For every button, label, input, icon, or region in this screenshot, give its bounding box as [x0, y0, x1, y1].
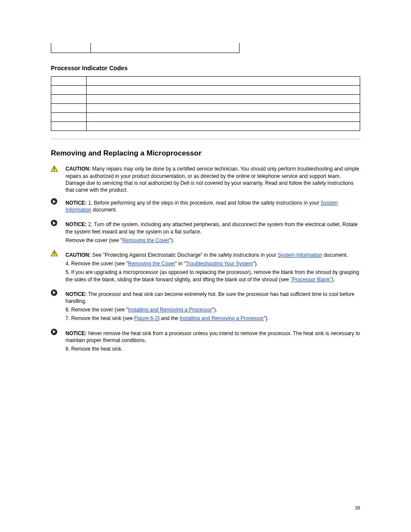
- cell: [51, 122, 87, 131]
- notice-text: NOTICE: 2. Turn off the system, includin…: [65, 219, 360, 246]
- cell: [87, 122, 360, 131]
- body-text: Never remove the heat sink from a proces…: [65, 330, 360, 343]
- link-processor-blank[interactable]: "Processor Blank": [290, 277, 332, 283]
- table-row: [51, 104, 360, 113]
- caution-label: CAUTION:: [65, 166, 91, 172]
- step-number: 1.: [88, 200, 93, 206]
- body-text: See "Protecting Against Electrostatic Di…: [91, 252, 278, 258]
- cell: [51, 113, 87, 122]
- svg-text:!: !: [53, 167, 55, 172]
- table-row: [51, 113, 360, 122]
- cell: [51, 43, 91, 53]
- notice-text: NOTICE: The processor and heat sink can …: [65, 289, 360, 324]
- body-text: Remove the cover (see ": [71, 261, 128, 267]
- body-text: ").: [169, 237, 174, 243]
- link-system-information[interactable]: System Information: [278, 252, 322, 258]
- body-text: ").: [253, 261, 258, 267]
- body-text: document.: [322, 252, 348, 258]
- link-troubleshooting-your-system[interactable]: Troubleshooting Your System: [186, 261, 253, 267]
- table-row: [51, 95, 360, 104]
- notice-label: NOTICE:: [65, 221, 87, 227]
- notice-icon: [51, 289, 57, 296]
- section-divider: [51, 139, 360, 139]
- caution-text: CAUTION: Many repairs may only be done b…: [65, 165, 360, 193]
- body-text: The processor and heat sink can become e…: [65, 291, 355, 304]
- body-text: Many repairs may only be done by a certi…: [65, 166, 359, 193]
- body-text: ) and the: [158, 315, 180, 321]
- notice-label: NOTICE:: [65, 200, 87, 206]
- cell: [87, 104, 360, 113]
- body-text: Remove the heat sink (see: [71, 315, 134, 321]
- step-number: 5.: [65, 269, 70, 275]
- caution-icon: !: [51, 166, 58, 172]
- table-row: [51, 43, 240, 53]
- body-text: document.: [91, 207, 117, 213]
- notice-block: NOTICE: Never remove the heat sink from …: [51, 328, 360, 355]
- page: Processor Indicator Codes Removing and: [0, 0, 411, 532]
- body-text: Turn off the system, including any attac…: [65, 221, 358, 234]
- notice-text: NOTICE: 1. Before performing any of the …: [65, 198, 360, 215]
- notice-block: NOTICE: The processor and heat sink can …: [51, 289, 360, 324]
- body-text: " in ": [175, 261, 186, 267]
- notice-icon: [51, 329, 57, 335]
- cell: [51, 77, 87, 86]
- table-row: [51, 77, 360, 86]
- link-removing-the-cover[interactable]: Removing the Cover: [128, 261, 175, 267]
- svg-text:!: !: [53, 252, 55, 256]
- notice-block: NOTICE: 2. Turn off the system, includin…: [51, 219, 360, 246]
- body-text: Remove the cover (see ": [71, 307, 128, 313]
- table-fragment-previous: [51, 43, 240, 53]
- body-text: Before performing any of the steps in th…: [94, 200, 321, 206]
- body-text: ").: [264, 315, 269, 321]
- link-installing-removing-processor[interactable]: Installing and Removing a Processor: [128, 307, 212, 313]
- notice-label: NOTICE:: [65, 330, 87, 336]
- cell: [87, 95, 360, 104]
- cell: [51, 104, 87, 113]
- heading-removing-replacing-microprocessor: Removing and Replacing a Microprocessor: [51, 149, 360, 159]
- caution-text: CAUTION: See "Protecting Against Electro…: [65, 250, 360, 285]
- link-figure-6-2[interactable]: Figure 6-2: [134, 315, 158, 321]
- body-text: ").: [212, 307, 217, 313]
- step-number: 6.: [65, 307, 70, 313]
- step-number: 7.: [65, 315, 70, 321]
- body-text: Remove the cover (see ": [65, 237, 122, 243]
- notice-text: NOTICE: Never remove the heat sink from …: [65, 328, 360, 355]
- link-removing-the-cover[interactable]: Removing the Cover: [122, 237, 169, 243]
- cell: [87, 77, 360, 86]
- section-heading-processor-indicator-codes: Processor Indicator Codes: [51, 64, 360, 72]
- caution-icon: !: [51, 250, 58, 256]
- notice-label: NOTICE:: [65, 291, 87, 297]
- caution-label: CAUTION:: [65, 252, 91, 258]
- step-number: 4.: [65, 261, 70, 267]
- body-text: ).: [332, 277, 335, 283]
- body-text: Remove the heat sink.: [71, 346, 122, 352]
- link-installing-removing-processor[interactable]: Installing and Removing a Processor: [180, 315, 264, 321]
- table-row: [51, 86, 360, 95]
- caution-block: ! CAUTION: See "Protecting Against Elect…: [51, 250, 360, 285]
- step-number: 8.: [65, 346, 70, 352]
- cell: [51, 86, 87, 95]
- caution-block: ! CAUTION: Many repairs may only be done…: [51, 165, 360, 193]
- cell: [90, 43, 239, 53]
- cell: [87, 113, 360, 122]
- table-processor-indicator-codes: [51, 76, 360, 131]
- cell: [87, 86, 360, 95]
- notice-block: NOTICE: 1. Before performing any of the …: [51, 198, 360, 215]
- notice-icon: [51, 220, 57, 226]
- cell: [51, 95, 87, 104]
- notice-icon: [51, 198, 57, 205]
- step-number: 2.: [88, 221, 93, 227]
- page-number: 39: [355, 505, 360, 511]
- table-row: [51, 122, 360, 131]
